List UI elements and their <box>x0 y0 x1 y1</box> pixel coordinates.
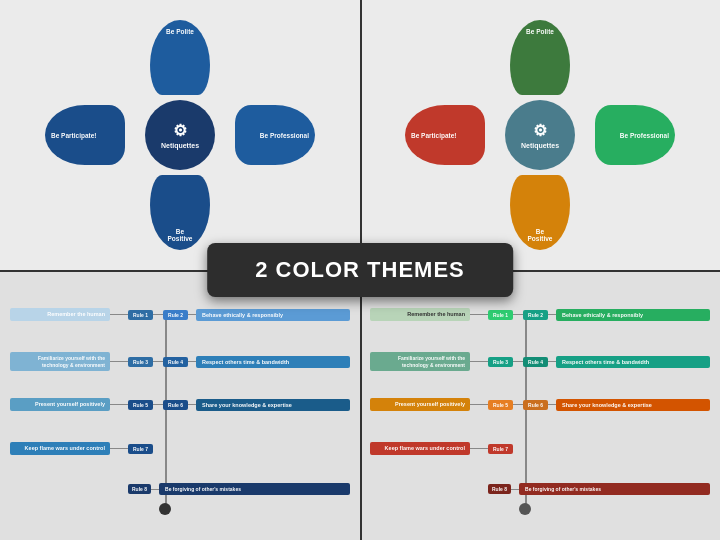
petal-right-color: Be Professional <box>595 105 675 165</box>
fb-color-badge-rule7: Rule 7 <box>488 444 513 454</box>
petal-left-mono: Be Participate! <box>45 105 125 165</box>
fb-color-right-4: Be forgiving of other's mistakes <box>519 483 710 495</box>
fb-color-badge-rule4: Rule 4 <box>523 357 548 367</box>
fb-color-right-2: Respect others time & bandwidth <box>556 356 710 368</box>
fb-color-badge-rule1: Rule 1 <box>488 310 513 320</box>
main-container: Be Polite Be Positive Be Participate! Be… <box>0 0 720 540</box>
fb-row-3-mono: Present yourself positively Rule 5 Rule … <box>10 398 350 411</box>
fb-left-label-4: Keep flame wars under control <box>10 442 110 455</box>
flower-mono: Be Polite Be Positive Be Participate! Be… <box>40 15 320 255</box>
quadrant-bottom-left: Remember the human Rule 1 Rule 2 Behave … <box>0 270 360 540</box>
fb-row-1-mono: Remember the human Rule 1 Rule 2 Behave … <box>10 308 350 321</box>
fb-badge-rule6: Rule 6 <box>163 400 188 410</box>
fb-color-left-4: Keep flame wars under control <box>370 442 470 455</box>
gear-icon: ⚙ <box>173 121 187 140</box>
flower-center-color: ⚙ Netiquettes <box>505 100 575 170</box>
flower-center-mono: ⚙ Netiquettes <box>145 100 215 170</box>
petal-left-color: Be Participate! <box>405 105 485 165</box>
fb-color-badge-rule2: Rule 2 <box>523 310 548 320</box>
fb-badge-rule7: Rule 7 <box>128 444 153 454</box>
fishbone-mono: Remember the human Rule 1 Rule 2 Behave … <box>10 290 350 520</box>
fb-row-2-color: Familiarize yourself with the technology… <box>370 352 710 371</box>
fb-row-5-color: Rule 8 Be forgiving of other's mistakes <box>370 483 710 495</box>
fb-color-badge-rule5: Rule 5 <box>488 400 513 410</box>
quadrant-top-left: Be Polite Be Positive Be Participate! Be… <box>0 0 360 270</box>
center-banner: 2 COLOR THEMES <box>207 243 513 297</box>
fb-row-1-color: Remember the human Rule 1 Rule 2 Behave … <box>370 308 710 321</box>
flower-color: Be Polite Be Positive Be Participate! Be… <box>400 15 680 255</box>
fb-color-badge-rule6: Rule 6 <box>523 400 548 410</box>
fb-right-label-4: Be forgiving of other's mistakes <box>159 483 350 495</box>
fb-left-label-1: Remember the human <box>10 308 110 321</box>
fb-right-label-3: Share your knowledge & expertise <box>196 399 350 411</box>
fb-color-left-3: Present yourself positively <box>370 398 470 411</box>
petal-top-color: Be Polite <box>510 20 570 95</box>
fb-row-4-color: Keep flame wars under control Rule 7 <box>370 442 710 455</box>
fishbone-color: Remember the human Rule 1 Rule 2 Behave … <box>370 290 710 520</box>
gear-icon-color: ⚙ <box>533 121 547 140</box>
fb-end-circle-color <box>519 503 531 515</box>
fb-badge-rule2: Rule 2 <box>163 310 188 320</box>
fb-color-right-1: Behave ethically & responsibly <box>556 309 710 321</box>
petal-bottom-color: Be Positive <box>510 175 570 250</box>
fb-row-4-mono: Keep flame wars under control Rule 7 <box>10 442 350 455</box>
fb-row-3-color: Present yourself positively Rule 5 Rule … <box>370 398 710 411</box>
fb-left-label-2: Familiarize yourself with the technology… <box>10 352 110 371</box>
fb-badge-rule5: Rule 5 <box>128 400 153 410</box>
fb-color-badge-rule3: Rule 3 <box>488 357 513 367</box>
fb-color-badge-rule8: Rule 8 <box>488 484 511 494</box>
quadrant-top-right: Be Polite Be Positive Be Participate! Be… <box>360 0 720 270</box>
fb-right-label-2: Respect others time & bandwidth <box>196 356 350 368</box>
petal-top-mono: Be Polite <box>150 20 210 95</box>
petal-bottom-mono: Be Positive <box>150 175 210 250</box>
fb-badge-rule8: Rule 8 <box>128 484 151 494</box>
fb-row-2-mono: Familiarize yourself with the technology… <box>10 352 350 371</box>
fb-end-circle-mono <box>159 503 171 515</box>
fb-badge-rule3: Rule 3 <box>128 357 153 367</box>
fb-badge-rule1: Rule 1 <box>128 310 153 320</box>
fb-color-left-2: Familiarize yourself with the technology… <box>370 352 470 371</box>
fb-right-label-1: Behave ethically & responsibly <box>196 309 350 321</box>
quadrant-bottom-right: Remember the human Rule 1 Rule 2 Behave … <box>360 270 720 540</box>
fb-color-left-1: Remember the human <box>370 308 470 321</box>
fb-color-right-3: Share your knowledge & expertise <box>556 399 710 411</box>
fb-row-5-mono: Rule 8 Be forgiving of other's mistakes <box>10 483 350 495</box>
petal-right-mono: Be Professional <box>235 105 315 165</box>
fb-left-label-3: Present yourself positively <box>10 398 110 411</box>
fb-badge-rule4: Rule 4 <box>163 357 188 367</box>
